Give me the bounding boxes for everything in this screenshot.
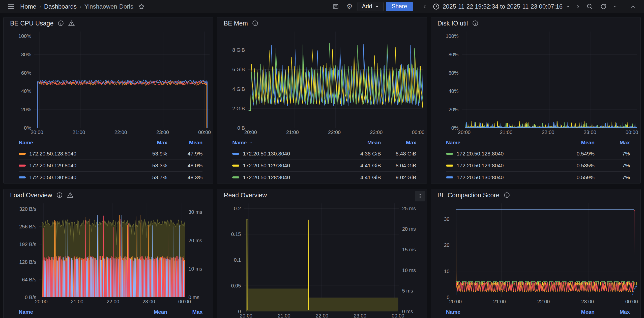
legend: Name Max Mean 172.20.50.128:8040 53.9% 4… <box>4 136 213 183</box>
legend-max-value: 53.3% <box>132 163 167 169</box>
panel-title[interactable]: Disk IO util <box>437 20 468 27</box>
legend-col-max[interactable]: Max <box>595 140 630 146</box>
sort-chevron-down-icon <box>249 140 252 146</box>
legend-col-mean[interactable]: Mean <box>559 140 595 146</box>
chart-area: 100%80%60%40%20%0% <box>4 29 213 128</box>
y-axis-right: 25 ms20 ms15 ms10 ms5 ms0 ms <box>399 203 423 311</box>
legend-col-max[interactable]: Max <box>595 309 630 315</box>
x-axis: 20:0021:0022:0023:0000:00 <box>217 128 427 136</box>
warning-icon[interactable] <box>67 192 74 199</box>
legend-mean-value: 4.38 GiB <box>346 151 381 157</box>
hamburger-menu-icon[interactable] <box>6 2 17 12</box>
panel-title[interactable]: Load Overview <box>10 192 52 199</box>
time-series-plot[interactable] <box>453 203 637 297</box>
legend-series-toggle[interactable]: 172.20.50.128:8040 <box>232 174 345 180</box>
zoom-out-time-icon[interactable] <box>584 2 595 12</box>
panel-header: Load Overview <box>4 189 213 201</box>
star-favorite-icon[interactable] <box>136 2 147 12</box>
share-button[interactable]: Share <box>386 2 413 11</box>
legend-row: 172.20.50.129:8040 53.3% 48.0% <box>19 160 202 171</box>
breadcrumb-dashboards[interactable]: Dashboards <box>44 3 77 10</box>
save-dashboard-icon[interactable] <box>330 2 341 12</box>
legend-col-name[interactable]: Name <box>19 140 132 146</box>
series-color-pill <box>232 176 239 178</box>
legend-series-toggle[interactable]: 172.20.50.130:8040 <box>232 151 345 157</box>
time-shift-back-icon[interactable] <box>421 2 429 12</box>
legend: Name Mean Max 172.20.50.130:8040 4.38 Gi… <box>217 136 427 183</box>
legend-col-max[interactable]: Max <box>381 140 416 146</box>
top-navbar: Home › Dashboards › Yinshaowen-Doris ⚙ A… <box>0 0 644 13</box>
legend: Name Mean Max 172.20.50.128:8040 6 7 <box>431 305 640 318</box>
time-shift-forward-icon[interactable] <box>574 2 582 12</box>
info-icon[interactable] <box>252 20 258 26</box>
legend-series-toggle[interactable]: 172.20.50.130:8040 <box>19 174 132 180</box>
legend-col-max[interactable]: Max <box>167 309 202 315</box>
legend-col-mean[interactable]: Mean <box>346 140 381 146</box>
breadcrumb-home[interactable]: Home <box>20 3 36 10</box>
legend-series-toggle[interactable]: 172.20.50.130:8040 <box>446 174 559 180</box>
panel-title[interactable]: BE Mem <box>224 20 248 27</box>
series-color-pill <box>446 165 453 167</box>
time-series-plot[interactable] <box>248 32 423 128</box>
dashboard-grid: BE CPU Usage 100%80%60%40%20%0% 20:0021:… <box>0 13 644 318</box>
collapse-navbar-chevron-up-icon[interactable] <box>627 2 638 12</box>
legend-row: 172.20.50.129:8040 4.41 GiB 8.04 GiB <box>232 160 416 171</box>
legend-series-toggle[interactable]: 172.20.50.129:8040 <box>446 163 559 169</box>
breadcrumb: Home › Dashboards › Yinshaowen-Doris <box>20 3 133 10</box>
panel-title[interactable]: Read Overview <box>224 192 267 199</box>
refresh-interval-chevron-icon[interactable] <box>611 2 619 12</box>
info-icon[interactable] <box>57 20 64 26</box>
legend: Name Mean Max Total 115 B/s 203 B/s <box>4 305 213 318</box>
y-axis-left: 8 GiB6 GiB4 GiB2 GiB0 B <box>220 32 248 128</box>
x-axis: 20:0021:0022:0023:0000:00 <box>4 298 213 305</box>
time-series-plot[interactable] <box>39 203 185 297</box>
chevron-down-icon <box>566 4 570 9</box>
series-color-pill <box>19 165 26 167</box>
legend-col-mean[interactable]: Mean <box>559 309 595 315</box>
legend-col-name[interactable]: Name <box>446 140 559 146</box>
legend-max-value: 53.9% <box>132 151 167 157</box>
legend-row: 172.20.50.128:8040 4.41 GiB 9.02 GiB <box>232 171 416 183</box>
info-icon[interactable] <box>472 20 479 26</box>
time-range-picker[interactable]: 2025-11-22 19:52:34 to 2025-11-23 00:07:… <box>431 3 572 10</box>
legend-col-mean[interactable]: Mean <box>132 309 167 315</box>
warning-icon[interactable] <box>68 20 75 27</box>
panel-title[interactable]: BE Compaction Score <box>437 192 500 199</box>
time-series-plot[interactable] <box>34 32 210 128</box>
legend-series-toggle[interactable]: 172.20.50.129:8040 <box>232 163 345 169</box>
legend-col-name[interactable]: Name <box>446 309 559 315</box>
panel-title[interactable]: BE CPU Usage <box>10 20 53 27</box>
time-series-plot[interactable] <box>462 32 637 128</box>
chart-area: 320 B/s256 B/s192 B/s128 B/s64 B/s0 B/s … <box>4 201 213 297</box>
legend-mean-value: 0.549% <box>559 151 595 157</box>
legend-series-toggle[interactable]: 172.20.50.129:8040 <box>19 163 132 169</box>
dashboard-settings-gear-icon[interactable]: ⚙ <box>344 2 355 12</box>
legend-series-toggle[interactable]: 172.20.50.128:8040 <box>446 151 559 157</box>
y-axis-right: 30 ms20 ms10 ms0 ms <box>185 203 210 297</box>
legend-series-toggle[interactable]: 172.20.50.128:8040 <box>19 151 132 157</box>
series-color-pill <box>446 176 453 178</box>
legend-row: 172.20.50.130:8040 0.559% 7% <box>446 171 630 183</box>
legend-col-name[interactable]: Name <box>19 309 132 315</box>
x-axis: 20:0021:0022:0023:0000:00 <box>431 128 640 136</box>
panel-menu-kebab-icon[interactable] <box>415 191 425 201</box>
legend-row: 172.20.50.130:8040 4.38 GiB 8.48 GiB <box>232 148 416 160</box>
legend: Name Mean Max 172.20.50.128:8040 0.549% … <box>431 136 640 183</box>
legend-max-value: 9.02 GiB <box>381 174 416 180</box>
legend-mean-value: 4.41 GiB <box>346 163 381 169</box>
legend-col-max[interactable]: Max <box>132 140 167 146</box>
legend-mean-value: 0.559% <box>559 174 595 180</box>
info-icon[interactable] <box>504 192 510 198</box>
legend-col-mean[interactable]: Mean <box>167 140 202 146</box>
legend-col-name-sorted[interactable]: Name <box>232 140 345 146</box>
y-axis-left: 0.20.150.10.050 <box>220 203 244 311</box>
add-button[interactable]: Add <box>358 2 384 11</box>
refresh-icon[interactable] <box>598 2 609 12</box>
y-axis-left: 3020100 <box>433 203 453 297</box>
legend-mean-value: 48.0% <box>167 163 202 169</box>
time-series-plot[interactable] <box>244 203 399 311</box>
legend-max-value: 8.48 GiB <box>381 151 416 157</box>
chart-area: 3020100 <box>431 201 640 297</box>
legend-row: 172.20.50.130:8040 53.7% 48.3% <box>19 171 202 183</box>
info-icon[interactable] <box>56 192 63 198</box>
